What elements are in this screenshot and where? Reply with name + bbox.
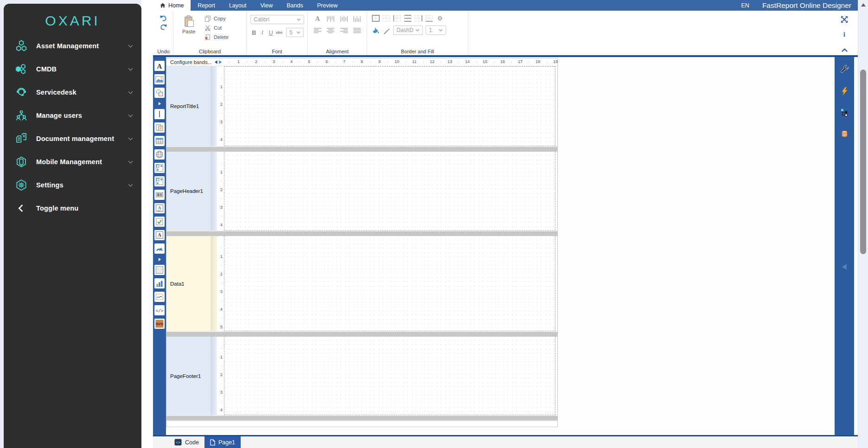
cut-scissors-icon bbox=[204, 24, 211, 31]
fill-bucket-icon[interactable] bbox=[372, 27, 380, 34]
cut-button[interactable]: Cut bbox=[204, 24, 229, 31]
oxari-logo: OXARI bbox=[4, 13, 141, 29]
align-center-button[interactable] bbox=[326, 27, 336, 34]
band-design-surface[interactable] bbox=[224, 236, 555, 331]
palette-table-icon[interactable] bbox=[154, 136, 165, 146]
band-resize-handle[interactable] bbox=[166, 230, 557, 236]
palette-html-icon[interactable]: </> bbox=[154, 305, 165, 315]
line-width-select[interactable]: 1 bbox=[426, 26, 446, 35]
palette-svg-icon[interactable]: SVG bbox=[154, 319, 165, 329]
band-design-surface[interactable] bbox=[224, 152, 555, 230]
font-family-value: Calibri bbox=[254, 16, 269, 23]
band-label[interactable]: PageFooter1 bbox=[166, 337, 211, 415]
palette-gauge-icon[interactable] bbox=[154, 243, 165, 254]
sidebar-item-servicedesk[interactable]: Servicedesk bbox=[4, 81, 141, 104]
tab-page1[interactable]: Page1 bbox=[204, 436, 241, 448]
align-left-button[interactable] bbox=[313, 27, 323, 34]
band-resize-handle[interactable] bbox=[166, 331, 557, 337]
dash-style-select[interactable]: DashD bbox=[393, 26, 423, 35]
sidebar-item-asset-management[interactable]: Asset Management bbox=[4, 34, 141, 58]
sidebar-item-cmdb[interactable]: CMDB bbox=[4, 58, 141, 81]
scrollbar-up-arrow-icon[interactable] bbox=[861, 3, 866, 6]
font-size-select[interactable]: 5 bbox=[286, 28, 304, 37]
flyout-arrow[interactable] bbox=[157, 101, 162, 106]
ruler-tick: 4 bbox=[220, 223, 223, 227]
align-justify-button[interactable] bbox=[352, 27, 363, 34]
band-design-surface[interactable] bbox=[224, 66, 555, 146]
border-bottom-button[interactable] bbox=[425, 15, 433, 22]
properties-wrench-icon[interactable] bbox=[839, 64, 849, 75]
language-selector[interactable]: EN bbox=[741, 2, 749, 9]
line-color-pen-icon[interactable] bbox=[383, 27, 390, 34]
band-resize-handle[interactable] bbox=[166, 146, 557, 152]
sidebar-item-manage-users[interactable]: Manage users bbox=[4, 104, 141, 127]
ruler-scroll-arrows[interactable] bbox=[214, 60, 222, 64]
vertical-scrollbar[interactable] bbox=[858, 0, 868, 448]
palette-picture-icon[interactable] bbox=[154, 74, 165, 84]
palette-checkbox-icon[interactable] bbox=[154, 217, 165, 227]
palette-line-icon[interactable] bbox=[154, 109, 165, 119]
border-left-button[interactable] bbox=[393, 15, 401, 22]
palette-matrix-icon[interactable] bbox=[154, 163, 165, 173]
border-settings-gear-icon[interactable]: ⚙ bbox=[436, 15, 444, 22]
ruler-dot: · bbox=[221, 365, 222, 368]
palette-chart-icon[interactable] bbox=[154, 278, 165, 288]
tab-code[interactable]: <> Code bbox=[169, 436, 204, 448]
menubar-tab-bands[interactable]: Bands bbox=[280, 0, 310, 11]
toggle-menu-button[interactable]: Toggle menu bbox=[4, 197, 141, 220]
band-resize-handle[interactable] bbox=[166, 415, 557, 421]
align-top-button[interactable] bbox=[326, 15, 336, 22]
delete-button[interactable]: Delete bbox=[204, 33, 229, 40]
palette-grid-icon[interactable] bbox=[154, 265, 165, 275]
sidebar-item-mobile-management[interactable]: Mobile Management bbox=[4, 150, 141, 173]
palette-map-icon[interactable] bbox=[154, 149, 165, 160]
menubar-tab-view[interactable]: View bbox=[253, 0, 280, 11]
scrollbar-thumb[interactable] bbox=[860, 70, 866, 254]
events-lightning-icon[interactable] bbox=[839, 86, 849, 96]
menubar-tab-layout[interactable]: Layout bbox=[222, 0, 254, 11]
align-bottom-button[interactable] bbox=[352, 15, 363, 22]
align-middle-button[interactable] bbox=[339, 15, 349, 22]
band-label[interactable]: ReportTitle1 bbox=[166, 66, 211, 146]
border-horizontal-button[interactable] bbox=[404, 15, 412, 22]
palette-advanced-matrix-icon[interactable] bbox=[154, 176, 165, 186]
font-family-select[interactable]: Calibri bbox=[250, 15, 304, 24]
border-none-button[interactable] bbox=[383, 15, 390, 22]
underline-button[interactable]: U bbox=[267, 28, 274, 37]
fullscreen-button[interactable] bbox=[840, 15, 849, 24]
align-right-button[interactable] bbox=[339, 27, 349, 34]
sidebar-item-document-management[interactable]: Document management bbox=[4, 127, 141, 150]
text-color-button[interactable]: A bbox=[313, 15, 323, 22]
palette-barcode-icon[interactable] bbox=[154, 190, 165, 200]
palette-text-icon[interactable]: A bbox=[154, 61, 165, 71]
palette-rich-text-icon[interactable]: A bbox=[154, 203, 165, 213]
info-button[interactable]: i bbox=[840, 30, 849, 38]
menubar-tab-report[interactable]: Report bbox=[191, 0, 222, 11]
flyout-arrow[interactable] bbox=[157, 257, 162, 262]
palette-signature-icon[interactable] bbox=[154, 292, 165, 302]
palette-subreport-icon[interactable] bbox=[154, 122, 165, 133]
undo-button[interactable] bbox=[160, 15, 167, 21]
redo-button[interactable] bbox=[160, 24, 167, 30]
configure-bands-button[interactable]: Configure bands... bbox=[170, 59, 212, 65]
collapse-ribbon-button[interactable] bbox=[840, 46, 849, 54]
border-all-button[interactable] bbox=[372, 15, 380, 22]
sidebar-item-settings[interactable]: Settings bbox=[4, 173, 141, 197]
copy-button[interactable]: Copy bbox=[204, 15, 229, 22]
palette-shapes-icon[interactable] bbox=[154, 88, 165, 98]
report-tree-icon[interactable] bbox=[839, 107, 849, 117]
strikethrough-button[interactable]: abc bbox=[276, 28, 283, 37]
bold-button[interactable]: B bbox=[250, 28, 257, 37]
band-label[interactable]: Data1 bbox=[166, 236, 211, 331]
ruler-dot: · bbox=[247, 59, 248, 64]
sidebar-item-label: Asset Management bbox=[36, 42, 99, 50]
menubar-tab-preview[interactable]: Preview bbox=[310, 0, 345, 11]
palette-cellular-text-icon[interactable]: A bbox=[154, 230, 165, 240]
italic-button[interactable]: I bbox=[259, 28, 266, 37]
border-right-button[interactable] bbox=[415, 15, 422, 22]
panel-collapse-arrow[interactable] bbox=[842, 263, 848, 272]
data-source-icon[interactable] bbox=[839, 128, 849, 139]
menubar-tab-home[interactable]: Home bbox=[153, 0, 191, 11]
band-label[interactable]: PageHeader1 bbox=[166, 152, 211, 230]
band-design-surface[interactable] bbox=[224, 337, 555, 415]
